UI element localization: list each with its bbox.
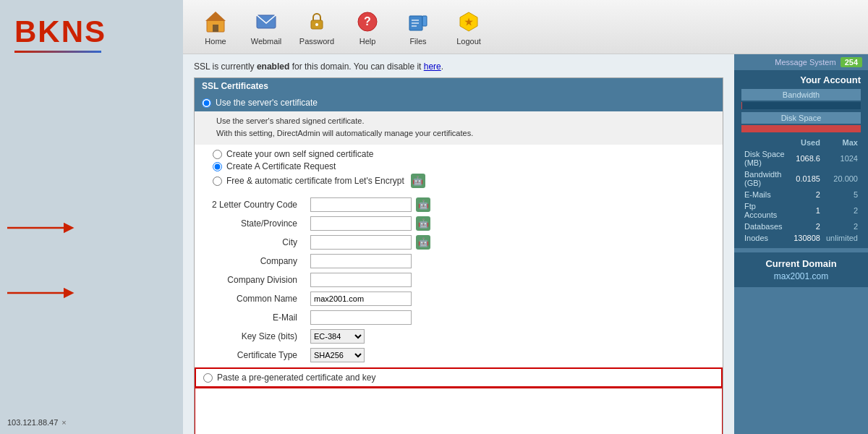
nav-password[interactable]: Password (299, 9, 335, 46)
arrow-2 (7, 282, 80, 304)
stat-label-4: Databases (741, 221, 791, 232)
stats-table: Used Max Disk Space (MB) 1068.6 1024 Ban… (741, 137, 861, 244)
webmail-icon (253, 9, 279, 35)
page-area: SSL is currently enabled for this domain… (183, 54, 868, 434)
letsencrypt-help-icon[interactable]: 🤖 (411, 174, 425, 188)
nav-logout[interactable]: ★ Logout (451, 9, 487, 46)
option-server-cert-row[interactable]: Use the server's certificate (195, 94, 723, 111)
stats-row-3: Ftp Accounts 1 2 (741, 200, 861, 221)
desc-line1: Use the server's shared signed certifica… (216, 115, 712, 127)
svg-rect-17 (412, 25, 417, 27)
current-domain-value: max2001.com (741, 271, 861, 281)
diskspace-label: Disk Space (741, 112, 861, 124)
field-keysize-select[interactable]: EC-384 EC-256 2048 4096 (310, 329, 365, 344)
stat-max-2: 5 (823, 189, 861, 200)
diskspace-fill (741, 125, 861, 132)
stat-used-4: 2 (791, 221, 823, 232)
field-country-input[interactable] (310, 197, 412, 212)
bandwidth-bar-container: Bandwidth (741, 89, 861, 109)
current-domain-section: Current Domain max2001.com (734, 252, 868, 287)
city-help-icon[interactable]: 🤖 (416, 235, 430, 250)
message-count[interactable]: 254 (841, 57, 862, 67)
field-common-name-input[interactable] (310, 292, 412, 306)
sub-option-self-label: Create your own self signed certificate (226, 149, 373, 159)
ssl-panel: SSL Certificates Use the server's certif… (194, 77, 723, 434)
nav-home[interactable]: Home (197, 9, 234, 46)
field-division-input[interactable] (310, 273, 412, 287)
ssl-panel-title: SSL Certificates (202, 81, 268, 91)
field-certtype-label: Certificate Type (195, 346, 303, 365)
sub-option-self-signed[interactable]: Create your own self signed certificate (213, 149, 715, 159)
nav-help-label: Help (359, 37, 376, 46)
your-account-title: Your Account (741, 75, 861, 85)
diskspace-track (741, 125, 861, 132)
paste-cert-row[interactable]: Paste a pre-generated certificate and ke… (195, 367, 723, 388)
field-city-input[interactable] (310, 235, 412, 250)
field-email-input[interactable] (310, 310, 412, 325)
svg-rect-16 (412, 22, 419, 24)
svg-text:★: ★ (464, 17, 473, 27)
diskspace-bar-container: Disk Space (741, 112, 861, 132)
logo-underline (14, 51, 101, 53)
stat-used-3: 1 (791, 200, 823, 221)
stat-label-5: Inodes (741, 232, 791, 244)
field-division-row: Company Division (195, 271, 723, 289)
arrow-icon-1 (7, 217, 80, 239)
field-certtype-select[interactable]: SHA256 SHA1 (310, 348, 365, 362)
bandwidth-track (741, 102, 861, 109)
stat-used-2: 2 (791, 189, 823, 200)
field-country-label: 2 Letter Country Code (195, 195, 303, 214)
nav-webmail[interactable]: Webmail (248, 9, 284, 46)
sub-option-letsencrypt-radio[interactable] (213, 176, 222, 186)
bandwidth-label: Bandwidth (741, 89, 861, 101)
logo-area: BKNS (14, 14, 106, 53)
paste-cert-textarea[interactable] (195, 388, 723, 434)
ssl-notice: SSL is currently enabled for this domain… (194, 61, 723, 72)
nav-help[interactable]: ? Help (349, 9, 386, 46)
option-server-cert-label: Use the server's certificate (216, 98, 318, 108)
nav-files[interactable]: Files (400, 9, 436, 46)
field-email-label: E-Mail (195, 308, 303, 327)
password-icon (304, 9, 330, 35)
svg-rect-15 (412, 20, 419, 21)
help-icon: ? (354, 9, 380, 35)
your-account: Your Account Bandwidth Disk Space (734, 70, 868, 248)
ip-text: 103.121.88.47 (7, 418, 58, 427)
stats-row-0: Disk Space (MB) 1068.6 1024 (741, 148, 861, 169)
ssl-notice-rest: for this domain. You can disable it (292, 61, 422, 72)
sub-option-cert-request-label: Create A Certificate Request (226, 161, 336, 171)
ssl-panel-header: SSL Certificates (195, 78, 723, 94)
stats-max-header: Max (823, 137, 861, 148)
ssl-disable-link[interactable]: here (424, 61, 441, 72)
main-content: Home Webmail Password (183, 0, 868, 434)
field-keysize-row: Key Size (bits) EC-384 EC-256 2048 4096 (195, 327, 723, 346)
sub-option-cert-request-radio[interactable] (213, 162, 222, 171)
stats-row-5: Inodes 130808 unlimited (741, 232, 861, 244)
arrow-area (7, 217, 80, 304)
sub-option-letsencrypt[interactable]: Free & automatic certificate from Let's … (213, 174, 715, 188)
country-help-icon[interactable]: 🤖 (416, 197, 430, 212)
nav-bar: Home Webmail Password (183, 0, 868, 54)
ip-close[interactable]: × (61, 418, 66, 427)
field-state-input[interactable] (310, 216, 412, 231)
field-company-input[interactable] (310, 254, 412, 268)
state-help-icon[interactable]: 🤖 (416, 216, 430, 231)
option-server-cert-radio[interactable] (202, 98, 211, 108)
ssl-status: enabled (257, 61, 289, 72)
field-common-name-row: Common Name (195, 289, 723, 308)
field-email-row: E-Mail (195, 308, 723, 327)
stat-label-1: Bandwidth (GB) (741, 169, 791, 189)
sub-option-self-radio[interactable] (213, 150, 222, 159)
paste-cert-radio[interactable] (203, 373, 213, 383)
stats-empty-header (741, 137, 791, 148)
field-company-label: Company (195, 252, 303, 271)
ssl-content: SSL is currently enabled for this domain… (183, 54, 734, 434)
stat-max-5: unlimited (823, 232, 861, 244)
nav-home-label: Home (205, 37, 226, 46)
sub-option-cert-request[interactable]: Create A Certificate Request (213, 161, 715, 171)
field-city-label: City (195, 233, 303, 252)
ssl-form-table: 2 Letter Country Code 🤖 State/Province 🤖 (195, 195, 723, 365)
desc-line2: With this setting, DirectAdmin will auto… (216, 127, 712, 140)
left-sidebar: BKNS (0, 0, 183, 434)
field-keysize-label: Key Size (bits) (195, 327, 303, 346)
